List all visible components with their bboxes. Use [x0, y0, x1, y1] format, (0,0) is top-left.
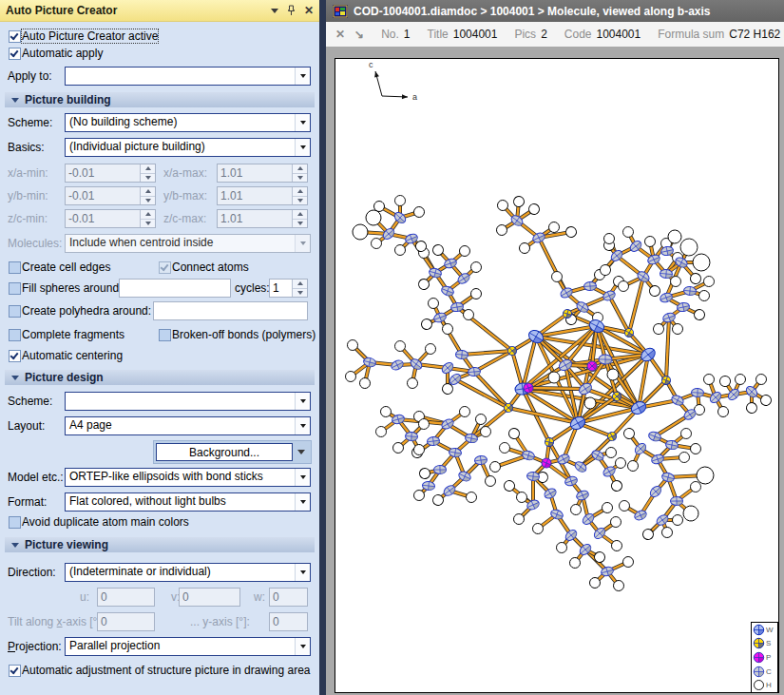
spinner-buttons[interactable]: [292, 164, 307, 182]
design-scheme-combobox[interactable]: [65, 392, 311, 411]
spinner-buttons[interactable]: [140, 187, 155, 204]
diamond-app-icon: [333, 5, 348, 18]
layout-dropdown-button[interactable]: [295, 417, 310, 434]
atom-type-legend[interactable]: WSPCH: [751, 622, 778, 693]
spinner-buttons[interactable]: [140, 164, 155, 182]
panel-splitter[interactable]: [319, 0, 326, 695]
structure-drawing[interactable]: ca: [335, 59, 778, 692]
checkbox-create-cell-edges-label[interactable]: Create cell edges: [22, 261, 110, 274]
checkbox-fill-spheres[interactable]: [9, 282, 21, 295]
projection-dropdown-button[interactable]: [295, 638, 310, 655]
format-combobox[interactable]: Flat colored, without light bulbs: [65, 492, 311, 512]
checkbox-automatic-apply[interactable]: [9, 48, 21, 60]
yb-max-spinner[interactable]: 1.01: [217, 186, 308, 205]
background-split-button[interactable]: Background...: [153, 440, 312, 464]
hydrogen-atom: [680, 239, 698, 257]
document-title: COD-1004001.diamdoc > 1004001 > Molecule…: [354, 5, 711, 18]
molecules-dropdown-button[interactable]: [295, 235, 310, 252]
nav-field-pics[interactable]: Pics2: [514, 28, 546, 41]
checkbox-connect-atoms-label[interactable]: Connect atoms: [172, 261, 249, 274]
bond: [474, 372, 508, 408]
hydrogen-atom: [593, 550, 606, 564]
drawing-page[interactable]: ca WSPCH: [335, 58, 779, 693]
zc-min-spinner[interactable]: -0.01: [65, 209, 156, 228]
basics-dropdown-button[interactable]: [295, 139, 310, 156]
pin-icon[interactable]: [286, 5, 296, 16]
xa-max-spinner[interactable]: 1.01: [217, 164, 308, 183]
spinner-buttons[interactable]: [292, 280, 307, 297]
collapse-icon: [11, 376, 19, 380]
checkbox-automatic-apply-label[interactable]: Automatic apply: [22, 47, 103, 60]
checkbox-fill-spheres-label[interactable]: Fill spheres around:: [22, 281, 122, 295]
cycles-spinner[interactable]: 1: [269, 279, 308, 298]
tilt-y-field[interactable]: 0: [269, 612, 308, 631]
model-dropdown-button[interactable]: [295, 469, 310, 486]
legend-label: H: [766, 681, 772, 689]
checkbox-automatic-adjustment[interactable]: [9, 665, 21, 677]
w-value: 0: [270, 589, 307, 606]
nav-field-formula[interactable]: Formula sumC72 H162 P6 S8 W6: [658, 28, 784, 41]
nav-field-code[interactable]: Code1004001: [564, 28, 641, 41]
section-picture-viewing[interactable]: Picture viewing: [5, 537, 315, 552]
tilt-x-field[interactable]: 0: [97, 612, 155, 631]
create-polyhedra-input[interactable]: [153, 301, 308, 320]
zc-max-spinner[interactable]: 1.01: [217, 209, 308, 228]
section-picture-building[interactable]: Picture building: [5, 92, 315, 107]
axis-arrow: c: [369, 60, 382, 96]
checkbox-create-cell-edges[interactable]: [9, 261, 21, 274]
direction-dropdown-button[interactable]: [295, 564, 310, 581]
checkbox-auto-picture-creator-active[interactable]: [9, 30, 21, 43]
chevron-down-icon[interactable]: [271, 9, 278, 13]
v-field[interactable]: 0: [179, 588, 240, 607]
section-picture-building-label: Picture building: [25, 93, 111, 106]
spinner-buttons[interactable]: [140, 210, 155, 227]
hydrogen-atom: [488, 459, 502, 473]
checkbox-connect-atoms[interactable]: [159, 261, 171, 274]
projection-combobox[interactable]: Parallel projection: [65, 637, 311, 656]
fill-spheres-input[interactable]: [119, 279, 231, 298]
checkbox-broken-off-bonds-label[interactable]: Broken-off bonds (polymers): [172, 328, 316, 341]
building-scheme-combobox[interactable]: (No building scheme): [65, 113, 311, 132]
checkbox-avoid-duplicate-colors[interactable]: [9, 516, 21, 529]
checkbox-automatic-centering[interactable]: [9, 350, 21, 362]
section-picture-design[interactable]: Picture design: [5, 370, 315, 385]
drawing-canvas[interactable]: ca WSPCH: [326, 47, 784, 695]
document-title-bar[interactable]: COD-1004001.diamdoc > 1004001 > Molecule…: [326, 0, 784, 22]
close-icon[interactable]: ✕: [304, 5, 314, 16]
checkbox-create-polyhedra-label[interactable]: Create polyhedra around:: [22, 304, 151, 318]
spinner-buttons[interactable]: [292, 187, 307, 204]
nav-field-no[interactable]: No.1: [381, 28, 410, 41]
nav-field-title[interactable]: Title1004001: [428, 28, 498, 41]
molecules-combobox[interactable]: Include when centroid inside: [65, 234, 311, 253]
apply-to-combobox[interactable]: [65, 67, 311, 86]
checkbox-automatic-adjustment-label[interactable]: Automatic adjustment of structure pictur…: [22, 664, 310, 677]
direction-combobox[interactable]: (Indeterminate or individual): [65, 563, 311, 582]
tilt-x-label: Tilt along x-axis [°]:: [8, 615, 104, 628]
layout-combobox[interactable]: A4 page: [65, 416, 311, 435]
checkbox-automatic-centering-label[interactable]: Automatic centering: [22, 349, 123, 362]
background-button[interactable]: Background...: [156, 443, 293, 461]
background-dropdown-button[interactable]: [293, 443, 309, 461]
checkbox-broken-off-bonds[interactable]: [159, 329, 171, 341]
basics-combobox[interactable]: (Individual picture building): [65, 138, 311, 157]
xa-min-spinner[interactable]: -0.01: [65, 164, 156, 183]
close-icon[interactable]: ✕: [335, 28, 345, 41]
apply-to-dropdown-button[interactable]: [295, 68, 310, 85]
model-combobox[interactable]: ORTEP-like ellipsoids with bond sticks: [65, 468, 311, 487]
panel-title-bar[interactable]: Auto Picture Creator ✕: [0, 0, 319, 22]
arrow-southeast-icon[interactable]: ↘: [354, 28, 364, 41]
checkbox-complete-fragments[interactable]: [9, 329, 21, 341]
w-field[interactable]: 0: [269, 588, 308, 607]
u-label: u:: [80, 590, 89, 604]
atom: [708, 390, 723, 404]
yb-min-spinner[interactable]: -0.01: [65, 186, 156, 205]
checkbox-complete-fragments-label[interactable]: Complete fragments: [22, 328, 124, 341]
building-scheme-dropdown-button[interactable]: [295, 114, 310, 131]
design-scheme-dropdown-button[interactable]: [295, 393, 310, 410]
spinner-buttons[interactable]: [292, 210, 307, 227]
checkbox-auto-picture-creator-active-label[interactable]: Auto Picture Creator active: [22, 29, 158, 43]
u-field[interactable]: 0: [97, 588, 155, 607]
checkbox-create-polyhedra[interactable]: [9, 305, 21, 318]
checkbox-avoid-duplicate-colors-label[interactable]: Avoid duplicate atom main colors: [22, 515, 189, 529]
format-dropdown-button[interactable]: [295, 493, 310, 511]
